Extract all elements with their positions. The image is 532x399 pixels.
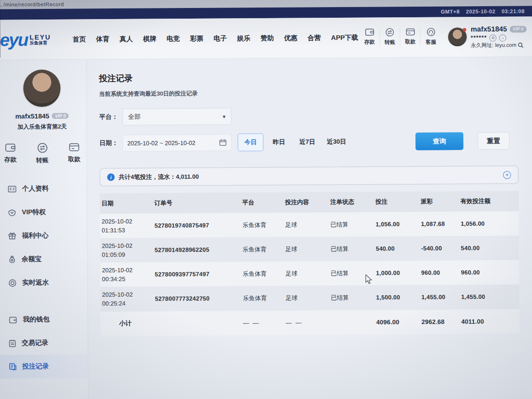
nav-sponsor[interactable]: 赞助	[261, 34, 274, 42]
withdraw-icon	[68, 142, 80, 153]
order-id: 5278014928962205	[153, 243, 241, 257]
order-id: 5278019740875497	[153, 218, 241, 232]
sidebar-item-rebate[interactable]: 实时返水	[0, 270, 87, 294]
nav-home[interactable]: 首页	[73, 35, 86, 43]
nav-esports[interactable]: 电竞	[167, 35, 180, 43]
table-row[interactable]: 2025-10-0200:34:25 5278009397757497 乐鱼体育…	[100, 260, 519, 287]
transfer-icon	[385, 27, 395, 37]
quick-range-group: 今日 昨日 近7日 近30日	[238, 133, 350, 152]
site-header: eyu LEYU 乐鱼体育 首页 体育 真人 棋牌 电竞 彩票 电子 娱乐 赞助…	[0, 16, 532, 60]
nav-slots[interactable]: 电子	[214, 34, 227, 43]
col-bet: 投注	[374, 198, 419, 206]
browser-url: …/mine/record/betRecord	[0, 1, 64, 8]
page-title: 投注记录	[99, 70, 518, 85]
avatar[interactable]	[448, 27, 467, 46]
timezone-label: GMT+8	[441, 8, 460, 15]
sidebar-item-transactions[interactable]: 交易记录	[0, 331, 88, 355]
payout-cell-3: 1,455.00	[419, 290, 459, 305]
sidebar-item-vip[interactable]: VIP特权	[0, 200, 87, 224]
status-badge: 已结算	[329, 217, 374, 232]
order-id: 5278009397757497	[153, 267, 241, 282]
transfer-button[interactable]: 转账	[380, 27, 400, 47]
range-yesterday-button[interactable]: 昨日	[266, 133, 292, 151]
nav-sports[interactable]: 体育	[96, 35, 110, 43]
query-button[interactable]: 查询	[415, 132, 463, 150]
table-row[interactable]: 2025-10-0201:31:53 5278019740875497 乐鱼体育…	[100, 211, 519, 239]
main-nav: 首页 体育 真人 棋牌 电竞 彩票 电子 娱乐 赞助 优惠 合营 APP下载	[73, 33, 358, 43]
eye-off-icon[interactable]: ⊘	[489, 34, 497, 41]
transfer-icon	[37, 142, 48, 153]
summary-text: 共计4笔投注，流水：4,011.00	[119, 172, 199, 181]
subtotal-row: 小计 — — — — 4096.00 2962.68 4011.00	[101, 309, 520, 336]
sidebar-item-wallet[interactable]: 我的钱包	[0, 307, 88, 331]
table-row[interactable]: 2025-10-0200:25:24 5278007773242750 乐鱼体育…	[100, 285, 519, 312]
current-time: 03:21:08	[501, 8, 524, 14]
sidebar-menu: 个人资料 VIP特权 福利中心 余额宝	[0, 176, 88, 378]
nav-entertainment[interactable]: 娱乐	[237, 34, 250, 43]
col-valid-bet: 有效投注额	[459, 197, 519, 206]
magnifier-icon[interactable]	[518, 42, 524, 48]
nav-affiliate[interactable]: 合营	[308, 34, 321, 42]
profile-avatar[interactable]	[23, 70, 61, 107]
support-button[interactable]: 客服	[421, 27, 441, 47]
info-icon: i	[107, 173, 115, 181]
profile-vip-badge: VIP 0	[52, 113, 69, 119]
reset-button[interactable]: 重置	[477, 132, 509, 150]
col-date: 日期	[100, 200, 153, 208]
platform-selected-value: 全部	[128, 113, 141, 121]
nav-lottery[interactable]: 彩票	[190, 34, 203, 43]
subtotal-valid: 4011.00	[459, 318, 519, 325]
sidebar-withdraw-button[interactable]: 取款	[68, 142, 80, 164]
col-status: 注单状态	[329, 198, 374, 207]
mouse-cursor	[365, 274, 373, 285]
sidebar-transfer-button[interactable]: 转账	[36, 142, 48, 164]
sidebar-item-profile[interactable]: 个人资料	[0, 176, 87, 200]
notification-dot	[463, 28, 466, 31]
wallet-icon	[9, 316, 17, 323]
user-panel[interactable]: mafx51845 VIP 0 ****** ⊘ ⌄ 永久网址: leyu.co…	[448, 25, 527, 49]
screen: …/mine/record/betRecord GMT+8 2025-10-02…	[0, 0, 532, 399]
col-content: 投注内容	[283, 198, 329, 207]
logo-line1: LEYU	[30, 34, 51, 41]
deposit-button[interactable]: 存款	[360, 27, 380, 47]
status-badge: 已结算	[329, 290, 374, 305]
platform-filter-row: 平台： 全部 ▾	[99, 106, 518, 126]
nav-app-download[interactable]: APP下载	[331, 33, 358, 42]
range-30days-button[interactable]: 近30日	[323, 133, 350, 151]
date-range-input[interactable]: 2025-10-02 ~ 2025-10-02	[122, 134, 231, 152]
sidebar-item-welfare[interactable]: 福利中心	[0, 223, 87, 247]
sidebar-item-bet-records[interactable]: 投注记录	[0, 354, 88, 378]
joined-days-label: 加入乐鱼体育第2天	[0, 122, 86, 131]
moneybag-icon	[8, 255, 16, 263]
permanent-url-label: 永久网址: leyu.com	[471, 42, 516, 49]
expand-plus-icon[interactable]: +	[503, 171, 511, 179]
nav-cards[interactable]: 棋牌	[143, 35, 156, 43]
site-logo[interactable]: eyu LEYU 乐鱼体育	[0, 31, 66, 49]
platform-select[interactable]: 全部 ▾	[122, 108, 231, 125]
withdraw-button[interactable]: 取款	[400, 27, 421, 47]
profile-username: mafx51845	[15, 112, 49, 120]
subtotal-bet: 4096.00	[375, 318, 420, 326]
subtotal-label: 小计	[101, 320, 153, 328]
vip-icon	[8, 209, 16, 216]
vip-badge: VIP 0	[510, 26, 527, 33]
range-today-button[interactable]: 今日	[238, 133, 263, 151]
support-icon	[426, 27, 435, 37]
nav-live[interactable]: 真人	[120, 35, 133, 43]
bet-records-table: 日期 订单号 平台 投注内容 注单状态 投注 派彩 有效投注额 2025-10-…	[100, 191, 520, 336]
sidebar-item-yuebao[interactable]: 余额宝	[0, 247, 87, 271]
calendar-icon[interactable]	[219, 139, 227, 146]
logo-line2: 乐鱼体育	[30, 41, 51, 46]
balance-mask: ******	[471, 34, 487, 41]
table-row[interactable]: 2025-10-0201:05:09 5278014928962205 乐鱼体育…	[100, 236, 519, 263]
current-date: 2025-10-02	[466, 8, 495, 15]
range-7days-button[interactable]: 近7日	[294, 133, 320, 151]
withdraw-icon	[405, 27, 415, 36]
sidebar: mafx51845 VIP 0 加入乐鱼体育第2天 存款 转账	[0, 59, 89, 399]
sidebar-deposit-button[interactable]: 存款	[4, 142, 16, 164]
deposit-icon	[364, 28, 374, 37]
nav-promo[interactable]: 优惠	[284, 34, 297, 42]
chevron-down-icon[interactable]: ⌄	[499, 34, 506, 41]
quick-actions: 存款 转账 取款 客服	[360, 27, 441, 47]
chevron-down-icon: ▾	[223, 113, 226, 120]
